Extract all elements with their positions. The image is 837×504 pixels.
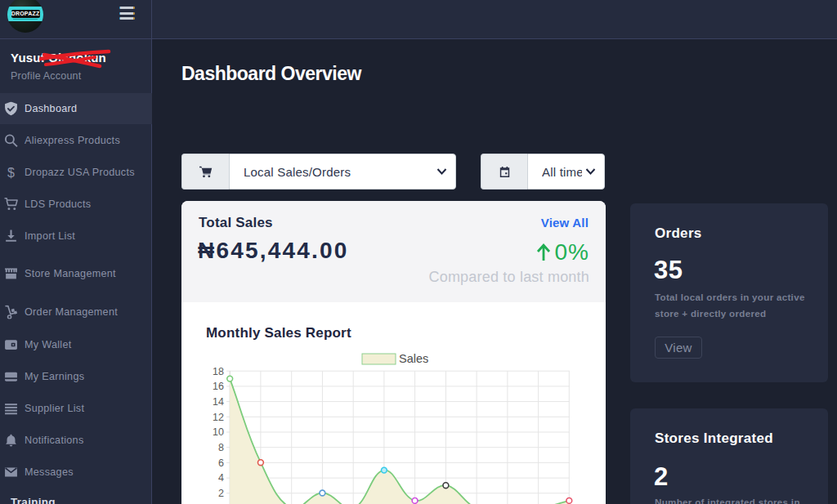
svg-text:6: 6 [218,457,224,469]
svg-text:16: 16 [213,381,224,392]
svg-text:8: 8 [218,442,224,453]
svg-text:Sales: Sales [399,352,428,365]
svg-text:$: $ [7,165,15,179]
svg-text:10: 10 [213,426,224,438]
svg-text:4: 4 [218,472,224,484]
svg-text:2: 2 [218,488,224,499]
svg-text:14: 14 [213,396,224,408]
svg-text:12: 12 [213,412,224,423]
svg-text:18: 18 [213,366,224,377]
